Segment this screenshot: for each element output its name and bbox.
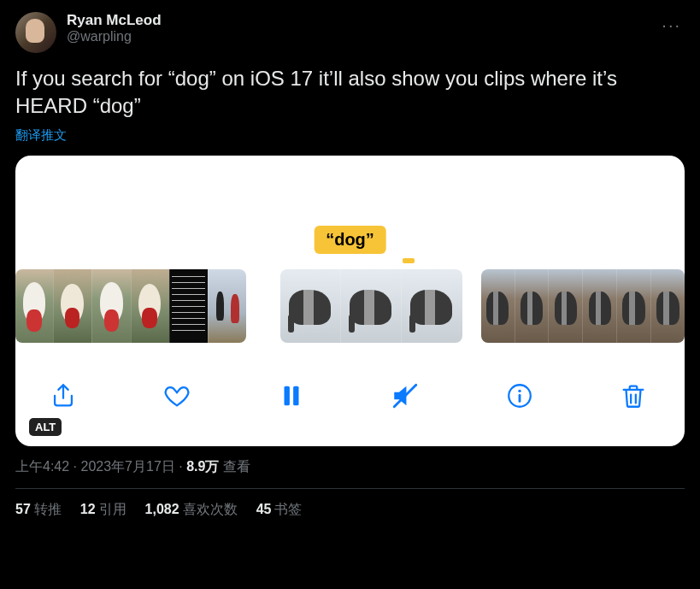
author-handle: @warpling — [67, 29, 648, 44]
trash-icon — [619, 381, 648, 410]
mute-button[interactable] — [388, 379, 422, 413]
share-icon — [49, 381, 78, 410]
media-card[interactable]: “dog” — [15, 156, 685, 446]
clip-frame — [582, 269, 616, 343]
svg-rect-5 — [518, 394, 521, 403]
svg-point-4 — [518, 389, 521, 392]
tweet-time: 上午4:42 — [15, 459, 69, 474]
views-count: 8.9万 — [186, 459, 219, 474]
more-button[interactable]: ··· — [658, 12, 685, 38]
clip-frame — [616, 269, 650, 343]
avatar[interactable] — [15, 12, 56, 53]
clip-frame — [91, 269, 130, 343]
clip-group[interactable] — [280, 269, 462, 343]
clip-group[interactable] — [481, 269, 685, 343]
info-icon — [505, 381, 534, 410]
stat-likes[interactable]: 1,082喜欢次数 — [145, 501, 238, 519]
svg-rect-0 — [284, 386, 289, 405]
tweet-stats: 57转推 12引用 1,082喜欢次数 45书签 — [15, 489, 685, 519]
alt-badge[interactable]: ALT — [29, 418, 62, 436]
caption-bubble: “dog” — [314, 226, 386, 254]
translate-link[interactable]: 翻译推文 — [15, 127, 685, 144]
clip-frame — [515, 269, 549, 343]
clip-group[interactable] — [15, 269, 246, 343]
info-button[interactable] — [503, 379, 537, 413]
stat-quotes[interactable]: 12引用 — [80, 501, 126, 519]
share-button[interactable] — [46, 379, 80, 413]
clip-frame — [208, 269, 246, 343]
clip-frame — [53, 269, 91, 343]
pause-icon — [277, 381, 306, 410]
clip-frame — [548, 269, 582, 343]
mute-icon — [391, 381, 420, 410]
stat-retweets[interactable]: 57转推 — [15, 501, 62, 519]
pause-button[interactable] — [274, 379, 309, 413]
tweet-header: Ryan McLeod @warpling ··· — [15, 12, 685, 53]
clip-frame — [131, 269, 169, 343]
video-timeline[interactable] — [15, 265, 685, 347]
trash-button[interactable] — [616, 379, 650, 413]
clip-frame — [481, 269, 515, 343]
clip-frame — [280, 269, 340, 343]
clip-frame — [650, 269, 685, 343]
clip-frame — [401, 269, 462, 343]
like-button[interactable] — [160, 379, 194, 413]
views-label: 查看 — [219, 459, 250, 474]
media-toolbar — [15, 371, 685, 421]
tweet-container: Ryan McLeod @warpling ··· If you search … — [0, 0, 700, 519]
tweet-text: If you search for “dog” on iOS 17 it’ll … — [15, 65, 685, 121]
clip-frame — [340, 269, 401, 343]
tweet-meta[interactable]: 上午4:42 · 2023年7月17日 · 8.9万 查看 — [15, 458, 685, 476]
author-block[interactable]: Ryan McLeod @warpling — [67, 12, 648, 44]
heart-icon — [162, 381, 191, 410]
stat-bookmarks[interactable]: 45书签 — [256, 501, 303, 519]
playhead-marker — [403, 258, 415, 263]
svg-rect-1 — [293, 386, 298, 405]
clip-frame — [15, 269, 53, 343]
author-display-name: Ryan McLeod — [67, 12, 648, 29]
clip-frame — [169, 269, 208, 343]
tweet-date: 2023年7月17日 — [80, 459, 174, 474]
